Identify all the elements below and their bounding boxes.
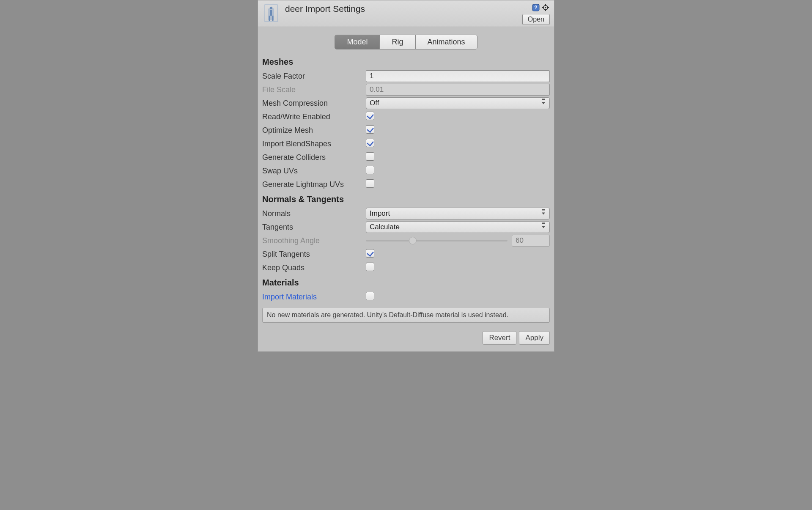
open-button[interactable]: Open xyxy=(522,14,550,25)
keep-quads-label: Keep Quads xyxy=(262,263,366,272)
import-blendshapes-label: Import BlendShapes xyxy=(262,140,366,148)
inspector-panel: deer Import Settings ? Open Model Rig xyxy=(258,0,554,352)
section-materials: Materials xyxy=(262,278,550,288)
tab-animations[interactable]: Animations xyxy=(416,35,477,49)
section-meshes: Meshes xyxy=(262,57,550,67)
mesh-compression-select[interactable]: Off xyxy=(366,97,550,109)
materials-info-box: No new materials are generated. Unity's … xyxy=(262,308,550,323)
mesh-compression-label: Mesh Compression xyxy=(262,99,366,108)
header: deer Import Settings ? Open xyxy=(258,0,554,27)
smoothing-angle-label: Smoothing Angle xyxy=(262,236,366,245)
file-scale-label: File Scale xyxy=(262,85,366,94)
svg-text:?: ? xyxy=(534,5,537,11)
help-icon[interactable]: ? xyxy=(532,4,540,11)
tab-rig[interactable]: Rig xyxy=(380,35,415,49)
normals-label: Normals xyxy=(262,209,366,218)
read-write-checkbox[interactable] xyxy=(366,112,374,120)
generate-colliders-checkbox[interactable] xyxy=(366,152,374,161)
import-materials-label: Import Materials xyxy=(262,293,366,302)
generate-lightmap-uvs-checkbox[interactable] xyxy=(366,179,374,188)
revert-button[interactable]: Revert xyxy=(483,331,516,345)
page-title: deer Import Settings xyxy=(285,4,365,14)
gear-icon[interactable] xyxy=(542,4,550,11)
read-write-label: Read/Write Enabled xyxy=(262,112,366,121)
svg-point-1 xyxy=(270,7,272,9)
asset-model-icon xyxy=(263,3,279,23)
tab-model[interactable]: Model xyxy=(335,35,380,49)
swap-uvs-label: Swap UVs xyxy=(262,167,366,175)
footer: Revert Apply xyxy=(262,331,550,345)
smoothing-angle-value xyxy=(512,235,550,247)
section-normals-tangents: Normals & Tangents xyxy=(262,195,550,204)
tangents-select[interactable]: Calculate xyxy=(366,221,550,233)
split-tangents-checkbox[interactable] xyxy=(366,249,374,258)
optimize-mesh-label: Optimize Mesh xyxy=(262,126,366,135)
swap-uvs-checkbox[interactable] xyxy=(366,166,374,174)
keep-quads-checkbox[interactable] xyxy=(366,263,374,271)
tab-bar: Model Rig Animations xyxy=(262,35,550,49)
scale-factor-label: Scale Factor xyxy=(262,72,366,81)
inspector-body: Model Rig Animations Meshes Scale Factor… xyxy=(258,35,554,351)
file-scale-input xyxy=(366,84,550,96)
import-materials-checkbox[interactable] xyxy=(366,292,374,300)
split-tangents-label: Split Tangents xyxy=(262,250,366,259)
svg-rect-2 xyxy=(270,10,272,16)
normals-select[interactable]: Import xyxy=(366,208,550,219)
optimize-mesh-checkbox[interactable] xyxy=(366,125,374,134)
scale-factor-input[interactable] xyxy=(366,70,550,82)
import-blendshapes-checkbox[interactable] xyxy=(366,139,374,147)
generate-lightmap-uvs-label: Generate Lightmap UVs xyxy=(262,180,366,189)
generate-colliders-label: Generate Colliders xyxy=(262,153,366,162)
apply-button[interactable]: Apply xyxy=(519,331,550,345)
smoothing-angle-slider xyxy=(366,240,508,241)
tangents-label: Tangents xyxy=(262,223,366,232)
svg-point-8 xyxy=(545,7,546,8)
